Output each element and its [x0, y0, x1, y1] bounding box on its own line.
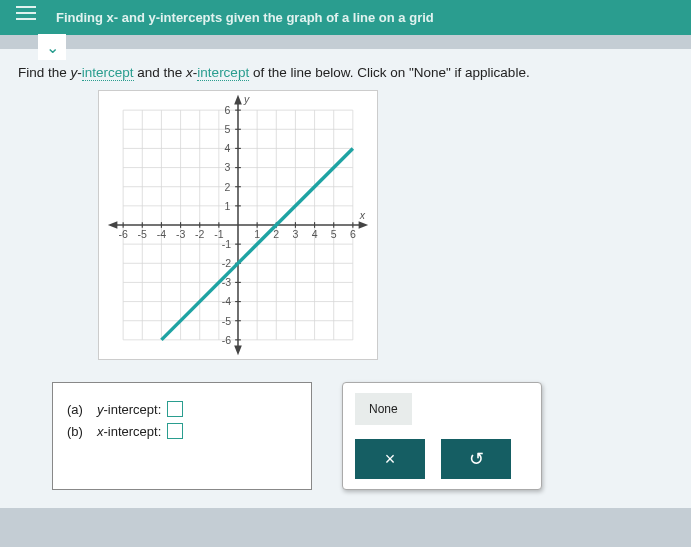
- intercept-link-x[interactable]: intercept: [197, 65, 249, 81]
- svg-text:5: 5: [331, 228, 337, 240]
- intercept-link-y[interactable]: intercept: [82, 65, 134, 81]
- svg-text:-4: -4: [222, 295, 232, 307]
- svg-marker-27: [108, 221, 118, 229]
- svg-text:-2: -2: [222, 257, 232, 269]
- svg-text:2: 2: [225, 181, 231, 193]
- svg-text:3: 3: [292, 228, 298, 240]
- svg-text:-2: -2: [195, 228, 205, 240]
- svg-text:1: 1: [254, 228, 260, 240]
- lesson-title: Finding x- and y-intercepts given the gr…: [56, 10, 434, 25]
- svg-marker-26: [359, 221, 369, 229]
- clear-button[interactable]: ×: [355, 439, 425, 479]
- svg-text:4: 4: [225, 142, 231, 154]
- svg-text:-3: -3: [176, 228, 186, 240]
- svg-text:6: 6: [350, 228, 356, 240]
- svg-text:-5: -5: [222, 315, 232, 327]
- x-intercept-input[interactable]: [167, 423, 183, 439]
- svg-text:1: 1: [225, 200, 231, 212]
- content-area: Find the y-intercept and the x-intercept…: [0, 49, 691, 508]
- svg-text:3: 3: [225, 161, 231, 173]
- reset-icon: ↺: [469, 448, 484, 470]
- lesson-header: Finding x- and y-intercepts given the gr…: [0, 0, 691, 35]
- svg-text:6: 6: [225, 104, 231, 116]
- svg-text:4: 4: [312, 228, 318, 240]
- svg-text:-5: -5: [138, 228, 148, 240]
- collapse-toggle[interactable]: ⌄: [38, 34, 66, 60]
- svg-marker-28: [234, 95, 242, 105]
- svg-text:-3: -3: [222, 276, 232, 288]
- instruction-text: Find the y-intercept and the x-intercept…: [18, 65, 673, 80]
- svg-text:y: y: [243, 92, 250, 104]
- svg-text:-6: -6: [118, 228, 128, 240]
- y-intercept-row: (a) y-intercept:: [67, 401, 297, 417]
- none-button[interactable]: None: [355, 393, 412, 425]
- actions-box: None × ↺: [342, 382, 542, 490]
- svg-marker-29: [234, 346, 242, 356]
- answers-box: (a) y-intercept: (b) x-intercept:: [52, 382, 312, 490]
- chevron-down-icon: ⌄: [46, 38, 59, 57]
- reset-button[interactable]: ↺: [441, 439, 511, 479]
- svg-text:5: 5: [225, 123, 231, 135]
- svg-text:2: 2: [273, 228, 279, 240]
- coordinate-grid: -6-5-4 -3-2-1 123 456 654 321 -1-2-3 -4-…: [99, 91, 377, 359]
- x-intercept-row: (b) x-intercept:: [67, 423, 297, 439]
- graph-panel[interactable]: -6-5-4 -3-2-1 123 456 654 321 -1-2-3 -4-…: [98, 90, 378, 360]
- hamburger-icon[interactable]: [16, 6, 36, 20]
- svg-text:-1: -1: [222, 238, 232, 250]
- svg-text:-4: -4: [157, 228, 167, 240]
- svg-text:-6: -6: [222, 334, 232, 346]
- svg-text:x: x: [359, 209, 366, 221]
- close-icon: ×: [385, 449, 396, 470]
- y-intercept-input[interactable]: [167, 401, 183, 417]
